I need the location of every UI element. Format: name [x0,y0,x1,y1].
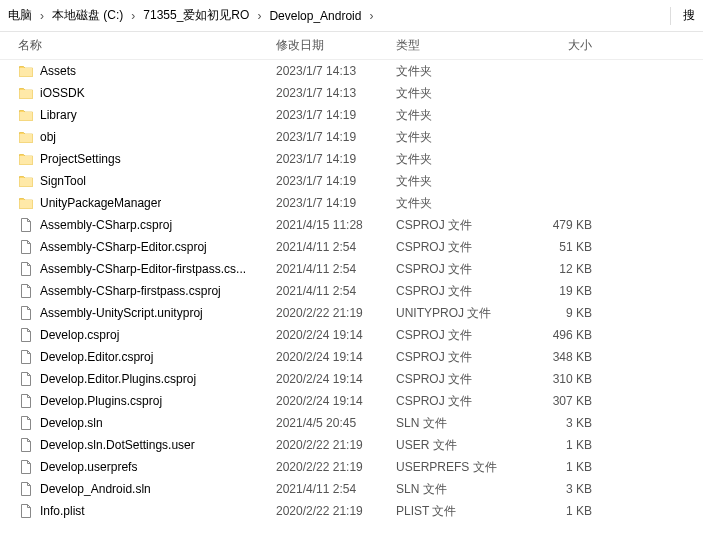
file-row[interactable]: Assembly-CSharp.csproj2021/4/15 11:28CSP… [0,214,703,236]
chevron-right-icon[interactable]: › [129,9,137,23]
file-name-cell[interactable]: SignTool [0,173,276,189]
header-name[interactable]: 名称 [0,37,276,54]
file-name-label: Assembly-CSharp-Editor-firstpass.cs... [40,262,246,276]
header-size[interactable]: 大小 [516,37,606,54]
file-type: UNITYPROJ 文件 [396,305,516,322]
file-name-cell[interactable]: Assembly-CSharp-Editor-firstpass.cs... [0,261,276,277]
file-date: 2021/4/11 2:54 [276,240,396,254]
file-row[interactable]: Develop.sln2021/4/5 20:45SLN 文件3 KB [0,412,703,434]
file-row[interactable]: iOSSDK2023/1/7 14:13文件夹 [0,82,703,104]
chevron-right-icon[interactable]: › [38,9,46,23]
file-icon [18,349,34,365]
file-name-cell[interactable]: Assets [0,63,276,79]
file-name-label: Develop.sln.DotSettings.user [40,438,195,452]
file-type: 文件夹 [396,129,516,146]
file-name-cell[interactable]: UnityPackageManager [0,195,276,211]
file-date: 2020/2/22 21:19 [276,460,396,474]
file-icon [18,481,34,497]
file-name-cell[interactable]: Info.plist [0,503,276,519]
file-icon [18,217,34,233]
file-name-cell[interactable]: Develop.Editor.Plugins.csproj [0,371,276,387]
file-name-cell[interactable]: iOSSDK [0,85,276,101]
file-size: 9 KB [516,306,606,320]
file-name-cell[interactable]: obj [0,129,276,145]
file-row[interactable]: Library2023/1/7 14:19文件夹 [0,104,703,126]
file-type: 文件夹 [396,85,516,102]
folder-icon [18,63,34,79]
file-row[interactable]: Assets2023/1/7 14:13文件夹 [0,60,703,82]
file-date: 2023/1/7 14:13 [276,64,396,78]
file-row[interactable]: Develop.sln.DotSettings.user2020/2/22 21… [0,434,703,456]
file-type: CSPROJ 文件 [396,261,516,278]
file-name-cell[interactable]: Develop.sln.DotSettings.user [0,437,276,453]
file-row[interactable]: SignTool2023/1/7 14:19文件夹 [0,170,703,192]
breadcrumb-divider [670,7,671,25]
file-row[interactable]: Develop.Editor.csproj2020/2/24 19:14CSPR… [0,346,703,368]
file-size: 1 KB [516,438,606,452]
file-date: 2020/2/24 19:14 [276,350,396,364]
file-row[interactable]: Develop.Plugins.csproj2020/2/24 19:14CSP… [0,390,703,412]
header-date[interactable]: 修改日期 [276,37,396,54]
file-name-cell[interactable]: Develop_Android.sln [0,481,276,497]
file-name-cell[interactable]: Library [0,107,276,123]
file-row[interactable]: obj2023/1/7 14:19文件夹 [0,126,703,148]
file-row[interactable]: Assembly-CSharp-firstpass.csproj2021/4/1… [0,280,703,302]
breadcrumb-seg-project[interactable]: 71355_爱如初见RO [141,5,251,26]
file-type: 文件夹 [396,195,516,212]
file-name-cell[interactable]: Assembly-UnityScript.unityproj [0,305,276,321]
file-name-cell[interactable]: Develop.Plugins.csproj [0,393,276,409]
file-size: 1 KB [516,504,606,518]
file-name-label: iOSSDK [40,86,85,100]
file-type: SLN 文件 [396,481,516,498]
file-name-cell[interactable]: Develop.sln [0,415,276,431]
file-row[interactable]: Assembly-CSharp-Editor.csproj2021/4/11 2… [0,236,703,258]
breadcrumb[interactable]: 电脑 › 本地磁盘 (C:) › 71355_爱如初见RO › Develop_… [0,0,703,32]
file-icon [18,283,34,299]
file-name-cell[interactable]: Assembly-CSharp-Editor.csproj [0,239,276,255]
file-name-cell[interactable]: Assembly-CSharp.csproj [0,217,276,233]
breadcrumb-seg-folder[interactable]: Develop_Android [267,7,363,25]
breadcrumb-seg-drive[interactable]: 本地磁盘 (C:) [50,5,125,26]
file-icon [18,305,34,321]
file-icon [18,261,34,277]
file-name-cell[interactable]: Develop.csproj [0,327,276,343]
file-row[interactable]: Develop.csproj2020/2/24 19:14CSPROJ 文件49… [0,324,703,346]
file-name-cell[interactable]: Develop.Editor.csproj [0,349,276,365]
file-row[interactable]: Develop.Editor.Plugins.csproj2020/2/24 1… [0,368,703,390]
file-name-label: Assembly-UnityScript.unityproj [40,306,203,320]
file-date: 2020/2/24 19:14 [276,372,396,386]
file-name-label: Info.plist [40,504,85,518]
file-date: 2021/4/5 20:45 [276,416,396,430]
file-name-cell[interactable]: ProjectSettings [0,151,276,167]
chevron-right-icon[interactable]: › [255,9,263,23]
file-row[interactable]: Assembly-UnityScript.unityproj2020/2/22 … [0,302,703,324]
file-icon [18,437,34,453]
file-name-label: obj [40,130,56,144]
chevron-right-icon[interactable]: › [367,9,375,23]
file-type: 文件夹 [396,173,516,190]
file-name-label: Develop.sln [40,416,103,430]
file-icon [18,371,34,387]
file-row[interactable]: Info.plist2020/2/22 21:19PLIST 文件1 KB [0,500,703,522]
file-name-label: Develop.Editor.csproj [40,350,153,364]
breadcrumb-seg-computer[interactable]: 电脑 [6,5,34,26]
file-row[interactable]: ProjectSettings2023/1/7 14:19文件夹 [0,148,703,170]
file-name-label: Develop.Plugins.csproj [40,394,162,408]
file-row[interactable]: Develop.userprefs2020/2/22 21:19USERPREF… [0,456,703,478]
search-input[interactable]: 搜 [681,5,697,26]
file-size: 1 KB [516,460,606,474]
file-name-cell[interactable]: Assembly-CSharp-firstpass.csproj [0,283,276,299]
file-list: Assets2023/1/7 14:13文件夹iOSSDK2023/1/7 14… [0,60,703,522]
file-name-cell[interactable]: Develop.userprefs [0,459,276,475]
header-type[interactable]: 类型 [396,37,516,54]
file-row[interactable]: Develop_Android.sln2021/4/11 2:54SLN 文件3… [0,478,703,500]
file-date: 2023/1/7 14:19 [276,196,396,210]
file-row[interactable]: Assembly-CSharp-Editor-firstpass.cs...20… [0,258,703,280]
file-row[interactable]: UnityPackageManager2023/1/7 14:19文件夹 [0,192,703,214]
file-icon [18,503,34,519]
file-type: CSPROJ 文件 [396,371,516,388]
file-type: 文件夹 [396,107,516,124]
file-date: 2021/4/15 11:28 [276,218,396,232]
file-date: 2020/2/22 21:19 [276,438,396,452]
column-headers: 名称 修改日期 类型 大小 [0,32,703,60]
